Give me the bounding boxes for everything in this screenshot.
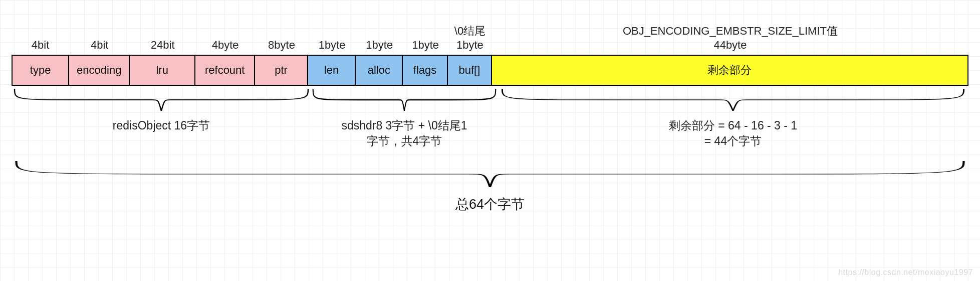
size-label-ptr: 8byte [255,23,308,55]
column-buf: \0结尾1bytebuf[] [448,23,492,86]
size-label-refcount: 4byte [195,23,255,55]
size-label-rest: OBJ_ENCODING_EMBSTR_SIZE_LIMIT值44byte [492,23,968,55]
subgroup-braces: redisObject 16字节 sdshdr8 3字节 + \0结尾1字节，共… [12,89,968,159]
size-label-type: 4bit [12,23,69,55]
size-label-encoding: 4bit [69,23,130,55]
cell-len: len [307,55,356,86]
column-lru: 24bitlru [130,23,195,86]
size-label-buf: \0结尾1byte [448,23,492,55]
cell-alloc: alloc [355,55,403,86]
column-rest: OBJ_ENCODING_EMBSTR_SIZE_LIMIT值44byte剩余部… [492,23,968,86]
column-ptr: 8byteptr [255,23,308,86]
column-flags: 1byteflags [403,23,448,86]
brace-sdshdr: sdshdr8 3字节 + \0结尾1字节，共4字节 [311,89,498,149]
watermark: https://blog.csdn.net/moxiaoyu1997 [838,268,973,277]
cell-buf: buf[] [447,55,492,86]
cell-encoding: encoding [68,55,130,86]
cell-lru: lru [129,55,195,86]
column-len: 1bytelen [308,23,356,86]
diagram-wrapper: 4bittype4bitencoding24bitlru4byterefcoun… [12,23,968,213]
brace-total-caption: 总64个字节 [12,195,968,213]
brace-remainder: 剩余部分 = 64 - 16 - 3 - 1= 44个字节 [498,89,968,149]
brace-sdshdr-caption: sdshdr8 3字节 + \0结尾1字节，共4字节 [311,118,498,149]
size-label-alloc: 1byte [356,23,403,55]
cell-type: type [12,55,69,86]
column-type: 4bittype [12,23,69,86]
column-refcount: 4byterefcount [195,23,255,86]
brace-remainder-caption: 剩余部分 = 64 - 16 - 3 - 1= 44个字节 [498,118,968,149]
brace-redisobject-caption: redisObject 16字节 [12,118,311,133]
cell-ptr: ptr [254,55,308,86]
size-label-flags: 1byte [403,23,448,55]
size-label-lru: 24bit [130,23,195,55]
column-alloc: 1bytealloc [356,23,403,86]
cell-flags: flags [402,55,448,86]
cell-rest: 剩余部分 [491,55,968,86]
cell-refcount: refcount [194,55,255,86]
size-label-len: 1byte [308,23,356,55]
column-encoding: 4bitencoding [69,23,130,86]
columns-row: 4bittype4bitencoding24bitlru4byterefcoun… [12,23,968,86]
brace-redisobject: redisObject 16字节 [12,89,311,133]
brace-total: 总64个字节 [12,161,968,213]
